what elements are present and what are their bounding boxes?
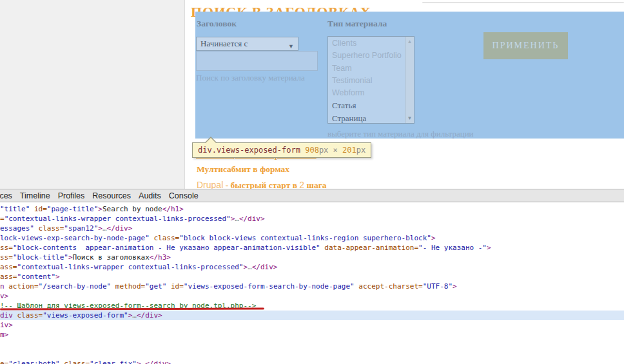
listbox-scrollbar[interactable]: ▲ ▼ <box>405 37 414 123</box>
tooltip-element-name: div.views-exposed-form <box>198 146 300 155</box>
code-token: lock-views-exp-search-by-node-page" <box>0 234 150 242</box>
page-left-margin <box>0 0 185 189</box>
code-line[interactable]: "title" id="page-title">Search by node</… <box>0 204 624 214</box>
code-token: id= <box>171 282 184 291</box>
code-token: "clear-fix" <box>90 359 137 364</box>
code-token: … <box>235 215 239 223</box>
tooltip-width-value: 908 <box>305 146 319 155</box>
code-token <box>30 205 34 213</box>
apply-button[interactable]: ПРИМЕНИТЬ <box>483 32 568 59</box>
material-type-option[interactable]: Страница <box>328 112 405 124</box>
code-line[interactable] <box>0 349 624 359</box>
devtools-tab-resources[interactable]: Resources <box>92 191 131 200</box>
code-token: "UTF-8" <box>423 282 453 291</box>
code-token: ss= <box>0 253 13 262</box>
code-token: … <box>132 311 137 320</box>
code-token <box>13 311 17 320</box>
devtools-tab-console[interactable]: Console <box>169 191 199 200</box>
material-type-option[interactable]: Webform <box>328 87 405 99</box>
scroll-down-icon[interactable]: ▼ <box>405 115 414 121</box>
material-type-option[interactable]: Testimonial <box>328 75 405 87</box>
code-token: Search by node <box>102 205 162 213</box>
code-token: ass= <box>0 273 17 281</box>
code-line[interactable]: m> <box>0 330 624 340</box>
code-token: id= <box>34 205 47 213</box>
header-shadow-line <box>422 2 624 3</box>
code-token: "block-title" <box>13 253 68 262</box>
code-line[interactable]: n action="/search-by-node" method="get" … <box>0 282 624 291</box>
code-token: "- Не указано -" <box>418 244 487 252</box>
operator-select-value: Начинается с <box>200 39 248 48</box>
code-token: > <box>487 244 491 252</box>
code-token: > <box>137 359 141 364</box>
code-token: v> <box>0 292 8 300</box>
material-type-option[interactable]: Team <box>328 62 405 75</box>
code-token: div <box>0 311 13 320</box>
code-line[interactable]: e="clear:both" class="clear-fix">…</div> <box>0 359 624 364</box>
tooltip-height-value: 201 <box>342 146 356 155</box>
code-token: method= <box>115 282 145 291</box>
code-line[interactable]: ="contextual-links-wrapper contextual-li… <box>0 214 624 224</box>
code-line[interactable]: ass="contextual-links-wrapper contextual… <box>0 262 624 272</box>
material-type-options: ClientsSuperhero PortfolioTeamTestimonia… <box>328 37 405 124</box>
code-token: class= <box>39 224 64 233</box>
devtools-tab-audits[interactable]: Audits <box>139 191 161 200</box>
code-token: "contextual-links-wrapper contextual-lin… <box>5 215 231 223</box>
material-type-option[interactable]: Статья <box>328 99 405 111</box>
tooltip-height-unit: px <box>356 146 366 155</box>
code-line[interactable]: ss="block-contents appear-animation - Не… <box>0 243 624 253</box>
code-line[interactable]: lock-views-exp-search-by-node-page" clas… <box>0 233 624 243</box>
code-line-selected[interactable]: div class="views-exposed-form">…</div> <box>0 311 624 320</box>
material-type-option[interactable]: Clients <box>328 37 405 50</box>
title-search-input[interactable] <box>196 51 318 71</box>
code-token: = <box>0 215 5 223</box>
code-token: "contextual-links-wrapper contextual-lin… <box>17 263 244 271</box>
code-token: accept-charset= <box>358 282 422 291</box>
code-token: "clear:both" <box>8 359 59 364</box>
code-line[interactable]: ss="block-title">Поиск в заголовках</h3> <box>0 253 624 262</box>
devtools-tab-sources[interactable]: Sources <box>0 191 12 200</box>
code-token <box>166 282 171 291</box>
code-token: </h1> <box>162 205 184 213</box>
code-token: "title" <box>0 205 30 213</box>
code-token: </div> <box>239 215 265 223</box>
code-token: ss= <box>0 244 13 252</box>
code-token: iv> <box>0 321 13 329</box>
scroll-up-icon[interactable]: ▲ <box>405 39 414 44</box>
code-token: "views-exposed-form" <box>43 311 128 320</box>
code-line[interactable]: ass="content"> <box>0 272 624 282</box>
code-token: </div> <box>252 263 278 271</box>
type-help-text: выберите тип материала для фильтрации <box>327 129 474 139</box>
title-help-text: Поиск по заголовку материала <box>196 73 305 83</box>
material-type-option[interactable]: Superhero Portfolio <box>328 50 405 62</box>
code-token: Поиск в заголовках <box>73 253 150 262</box>
link-multisubmit[interactable]: Мултисабмит в формах <box>197 164 289 175</box>
code-token: > <box>98 224 102 233</box>
code-token: "get" <box>145 282 166 291</box>
code-token: > <box>431 234 436 242</box>
devtools-tab-profiles[interactable]: Profiles <box>58 191 85 200</box>
title-field-label: Заголовок <box>197 19 237 29</box>
code-token: </div> <box>145 359 171 364</box>
code-token: </div> <box>107 224 133 233</box>
type-field-label: Тип материала <box>327 19 387 29</box>
code-token: action= <box>8 282 38 291</box>
operator-select[interactable]: Начинается с ▼ <box>196 37 298 51</box>
code-token: essages" <box>0 224 34 233</box>
code-line[interactable]: essages" class="span12">…</div> <box>0 224 624 233</box>
inspect-tooltip: div.views-exposed-form 908px × 201px <box>192 142 371 158</box>
code-token: ass= <box>0 263 17 271</box>
tooltip-width-unit: px <box>319 146 328 155</box>
code-token <box>111 282 115 291</box>
code-token: "span12" <box>64 224 98 233</box>
code-line[interactable] <box>0 340 624 349</box>
material-type-listbox[interactable]: ClientsSuperhero PortfolioTeamTestimonia… <box>327 36 414 124</box>
devtools-tabs: SourcesTimelineProfilesResourcesAuditsCo… <box>0 189 624 202</box>
code-token: class= <box>153 234 179 242</box>
code-line[interactable]: v> <box>0 291 624 301</box>
devtools-tab-timeline[interactable]: Timeline <box>20 191 50 200</box>
code-token: "block block-views contextual-links-regi… <box>179 234 431 242</box>
code-line[interactable]: iv> <box>0 320 624 330</box>
code-token: "content" <box>17 273 56 281</box>
code-token: e= <box>0 359 8 364</box>
